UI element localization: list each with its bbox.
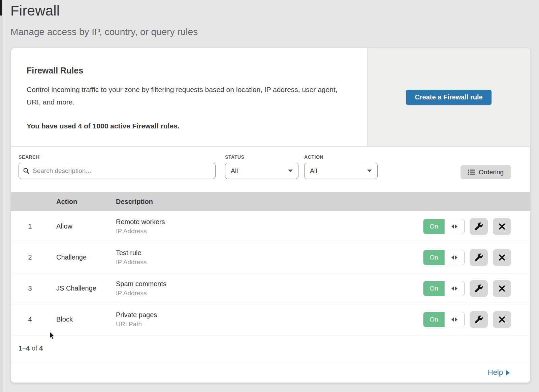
ordering-button[interactable]: Ordering — [461, 165, 511, 179]
rule-description: Remote workers IP Address — [116, 218, 423, 235]
rule-controls: On — [423, 311, 511, 328]
table-row: 4 Block Private pages URI Path On — [11, 304, 530, 335]
search-icon — [23, 168, 30, 174]
wrench-icon — [474, 284, 483, 293]
help-link-label: Help — [488, 368, 503, 377]
action-column-header: Action — [56, 198, 116, 206]
delete-rule-button[interactable] — [493, 280, 511, 297]
search-input[interactable] — [33, 167, 211, 175]
delete-rule-button[interactable] — [493, 218, 511, 235]
pagination-total: 4 — [39, 344, 43, 352]
table-header: Action Description — [11, 192, 530, 211]
description-column-header: Description — [116, 198, 530, 206]
arrow-right-icon — [455, 224, 457, 229]
firewall-rules-card: Firewall Rules Control incoming traffic … — [11, 48, 530, 383]
arrow-left-icon — [451, 255, 454, 260]
rule-priority: 2 — [11, 253, 56, 261]
rule-description: Private pages URI Path — [116, 311, 423, 328]
rule-controls: On — [423, 218, 511, 235]
rule-enabled-toggle[interactable]: On — [423, 219, 465, 234]
status-label: STATUS — [225, 154, 298, 160]
rule-criteria: URI Path — [116, 321, 423, 328]
help-row: Help — [11, 362, 530, 383]
rule-action: Allow — [56, 222, 116, 230]
edit-rule-button[interactable] — [470, 218, 488, 235]
delete-rule-button[interactable] — [493, 249, 511, 266]
arrow-right-icon — [455, 255, 457, 260]
x-icon — [498, 254, 506, 261]
caret-down-icon — [367, 170, 372, 172]
toggle-on-label: On — [423, 219, 445, 234]
rule-description-title: Private pages — [116, 311, 423, 319]
rule-criteria: IP Address — [116, 228, 423, 235]
edit-rule-button[interactable] — [470, 249, 488, 266]
rule-priority: 4 — [11, 315, 56, 323]
toggle-handle[interactable] — [445, 219, 464, 234]
arrow-left-icon — [451, 224, 454, 229]
action-select-value: All — [310, 167, 317, 175]
wrench-icon — [474, 315, 483, 324]
toggle-on-label: On — [423, 250, 445, 265]
action-filter-group: ACTION All — [304, 154, 378, 179]
delete-rule-button[interactable] — [493, 311, 511, 328]
triangle-right-icon — [506, 370, 510, 375]
rule-controls: On — [423, 280, 511, 297]
rule-description-title: Spam comments — [116, 280, 423, 288]
rule-enabled-toggle[interactable]: On — [423, 312, 465, 327]
rule-criteria: IP Address — [116, 259, 423, 266]
pagination-summary: 1–4 of 4 — [19, 344, 43, 352]
toggle-on-label: On — [423, 312, 445, 327]
x-icon — [498, 316, 506, 323]
table-row: 3 JS Challenge Spam comments IP Address … — [11, 273, 530, 304]
toggle-handle[interactable] — [445, 312, 464, 327]
window-edge — [0, 0, 3, 392]
pagination-range: 1–4 — [19, 344, 30, 352]
search-label: SEARCH — [19, 154, 216, 160]
status-filter-group: STATUS All — [225, 154, 298, 179]
rule-priority: 1 — [11, 222, 56, 230]
rule-description: Spam comments IP Address — [116, 280, 423, 297]
pagination-of: of — [32, 344, 37, 352]
x-icon — [498, 285, 506, 292]
table-row: 2 Challenge Test rule IP Address On — [11, 242, 530, 273]
section-description: Control incoming traffic to your zone by… — [27, 84, 345, 109]
edit-rule-button[interactable] — [470, 311, 488, 328]
rule-criteria: IP Address — [116, 290, 423, 297]
ordering-button-label: Ordering — [479, 169, 504, 176]
pagination-row: 1–4 of 4 — [11, 335, 530, 362]
rule-controls: On — [423, 249, 511, 266]
info-section: Firewall Rules Control incoming traffic … — [11, 48, 530, 147]
toggle-on-label: On — [423, 281, 445, 296]
search-filter-group: SEARCH — [19, 154, 216, 179]
arrow-right-icon — [455, 287, 457, 291]
cta-pane: Create a Firewall rule — [367, 48, 530, 146]
page-subtitle: Manage access by IP, country, or query r… — [10, 27, 198, 37]
create-firewall-rule-button[interactable]: Create a Firewall rule — [406, 90, 491, 105]
edit-rule-button[interactable] — [470, 280, 488, 297]
rule-enabled-toggle[interactable]: On — [423, 250, 465, 265]
info-pane: Firewall Rules Control incoming traffic … — [11, 48, 367, 146]
rule-action: Challenge — [56, 253, 116, 261]
arrow-left-icon — [451, 318, 454, 322]
rule-enabled-toggle[interactable]: On — [423, 281, 465, 296]
section-heading: Firewall Rules — [27, 66, 347, 76]
status-select[interactable]: All — [225, 163, 298, 179]
arrow-left-icon — [451, 287, 454, 291]
search-box — [19, 163, 216, 179]
window-edge-dark — [0, 0, 2, 16]
firewall-page: Firewall Manage access by IP, country, o… — [0, 0, 539, 392]
toggle-handle[interactable] — [445, 281, 464, 296]
status-select-value: All — [231, 167, 238, 175]
ordered-list-icon — [468, 169, 475, 175]
rule-priority: 3 — [11, 284, 56, 292]
toggle-handle[interactable] — [445, 250, 464, 265]
wrench-icon — [474, 253, 483, 262]
arrow-right-icon — [455, 318, 457, 322]
rule-description-title: Remote workers — [116, 218, 423, 226]
rule-description-title: Test rule — [116, 249, 423, 257]
x-icon — [498, 223, 506, 230]
help-link[interactable]: Help — [488, 368, 510, 377]
action-select[interactable]: All — [304, 163, 378, 179]
rule-action: Block — [56, 315, 116, 323]
wrench-icon — [474, 222, 483, 231]
